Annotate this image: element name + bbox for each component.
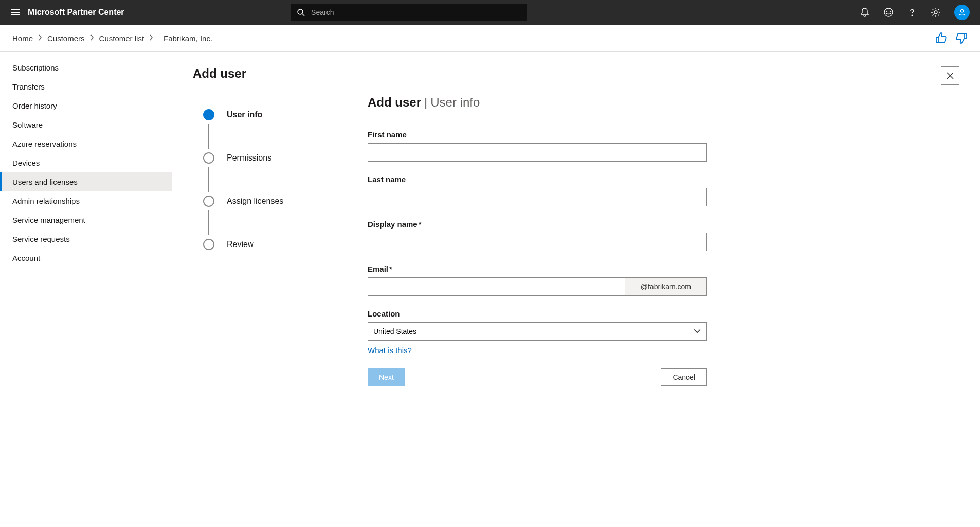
main-panel: Add user User info Permissions [172, 52, 980, 526]
field-display-name: Display name* [368, 220, 707, 251]
feedback-icons [935, 32, 968, 44]
sidebar-item-devices[interactable]: Devices [0, 153, 172, 172]
first-name-label: First name [368, 130, 707, 139]
user-avatar[interactable] [954, 5, 970, 20]
email-label-text: Email [368, 265, 388, 273]
cancel-button[interactable]: Cancel [661, 368, 707, 386]
inner-columns: User info Permissions Assign licenses Re… [193, 95, 959, 386]
form-header-main: Add user [368, 95, 421, 109]
form-header: Add user|User info [368, 95, 707, 110]
sidebar-item-users-and-licenses[interactable]: Users and licenses [0, 172, 172, 191]
display-name-input[interactable] [368, 233, 707, 251]
chevron-right-icon [149, 34, 153, 42]
sidebar-item-transfers[interactable]: Transfers [0, 77, 172, 96]
step-label: Assign licenses [227, 197, 283, 206]
form-header-sub: User info [430, 95, 480, 109]
sidebar-item-account[interactable]: Account [0, 249, 172, 268]
settings-icon[interactable] [931, 7, 941, 17]
svg-point-3 [887, 11, 887, 12]
header-icons [860, 5, 974, 20]
svg-point-2 [884, 8, 893, 16]
location-select-wrapper [368, 322, 707, 341]
thumbs-down-icon[interactable] [955, 32, 968, 44]
last-name-input[interactable] [368, 188, 707, 206]
required-marker: * [389, 265, 392, 273]
svg-point-4 [890, 11, 891, 12]
notifications-icon[interactable] [860, 7, 870, 17]
email-input[interactable] [368, 277, 625, 296]
step-connector [208, 124, 209, 149]
chevron-right-icon [38, 34, 42, 42]
email-label: Email* [368, 265, 707, 273]
content-area: Subscriptions Transfers Order history So… [0, 52, 980, 526]
hamburger-menu-button[interactable] [6, 3, 25, 22]
step-circle-icon [203, 239, 214, 250]
last-name-label: Last name [368, 175, 707, 184]
breadcrumb-item-customer-list[interactable]: Customer list [99, 34, 144, 43]
step-circle-icon [203, 196, 214, 207]
svg-point-5 [912, 15, 913, 16]
email-domain-suffix: @fabrikam.com [625, 277, 707, 296]
step-permissions[interactable]: Permissions [203, 149, 337, 167]
step-review[interactable]: Review [203, 235, 337, 254]
step-circle-active-icon [203, 109, 214, 120]
form-header-separator: | [424, 95, 427, 109]
search-container [291, 4, 527, 21]
display-name-label-text: Display name [368, 220, 418, 229]
search-icon [297, 8, 305, 16]
sidebar-item-azure-reservations[interactable]: Azure reservations [0, 134, 172, 153]
svg-point-6 [934, 11, 937, 14]
step-assign-licenses[interactable]: Assign licenses [203, 192, 337, 210]
location-label: Location [368, 309, 707, 318]
display-name-label: Display name* [368, 220, 707, 229]
breadcrumb-current: Fabrikam, Inc. [164, 34, 212, 43]
chevron-right-icon [90, 34, 94, 42]
sidebar-item-admin-relationships[interactable]: Admin relationships [0, 191, 172, 210]
button-row: Next Cancel [368, 368, 707, 386]
svg-point-7 [960, 10, 963, 12]
sidebar: Subscriptions Transfers Order history So… [0, 52, 172, 526]
step-label: Review [227, 240, 253, 249]
close-button[interactable] [941, 66, 959, 85]
first-name-input[interactable] [368, 143, 707, 162]
next-button[interactable]: Next [368, 368, 405, 386]
field-location: Location What is this? [368, 309, 707, 355]
step-user-info[interactable]: User info [203, 106, 337, 124]
thumbs-up-icon[interactable] [935, 32, 947, 44]
sidebar-item-subscriptions[interactable]: Subscriptions [0, 58, 172, 77]
help-icon[interactable] [907, 7, 917, 17]
close-icon [946, 72, 954, 80]
sidebar-item-software[interactable]: Software [0, 115, 172, 134]
breadcrumb: Home Customers Customer list Fabrikam, I… [12, 34, 212, 43]
location-help-link[interactable]: What is this? [368, 346, 412, 355]
app-title: Microsoft Partner Center [28, 8, 124, 17]
field-email: Email* @fabrikam.com [368, 265, 707, 296]
hamburger-icon [11, 9, 20, 15]
step-label: Permissions [227, 153, 271, 163]
location-select[interactable] [368, 322, 707, 341]
feedback-smile-icon[interactable] [883, 7, 894, 17]
sidebar-item-service-requests[interactable]: Service requests [0, 230, 172, 249]
breadcrumb-bar: Home Customers Customer list Fabrikam, I… [0, 25, 980, 52]
step-label: User info [227, 110, 262, 119]
breadcrumb-item-home[interactable]: Home [12, 34, 33, 43]
step-circle-icon [203, 152, 214, 164]
email-row: @fabrikam.com [368, 277, 707, 296]
svg-point-0 [298, 9, 303, 14]
progress-stepper: User info Permissions Assign licenses Re… [193, 95, 347, 386]
field-last-name: Last name [368, 175, 707, 206]
step-connector [208, 210, 209, 235]
page-title: Add user [193, 66, 959, 81]
sidebar-item-order-history[interactable]: Order history [0, 96, 172, 115]
svg-line-1 [302, 14, 304, 16]
breadcrumb-item-customers[interactable]: Customers [47, 34, 85, 43]
form-area: Add user|User info First name Last name … [368, 95, 707, 386]
search-input[interactable] [291, 4, 527, 21]
app-header: Microsoft Partner Center [0, 0, 980, 25]
required-marker: * [419, 220, 422, 229]
field-first-name: First name [368, 130, 707, 162]
sidebar-item-service-management[interactable]: Service management [0, 210, 172, 230]
step-connector [208, 167, 209, 192]
